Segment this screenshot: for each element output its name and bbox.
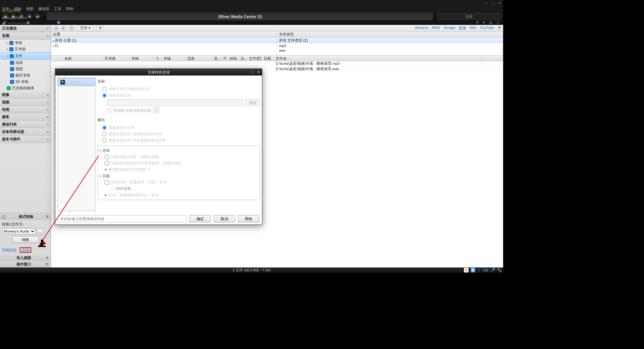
sidebar-cat-image[interactable]: 图像▸ <box>0 91 51 99</box>
opt-skip-same[interactable]: 如果原始和目标文件类型相同，则跳过转换 <box>99 160 258 166</box>
grid-col-header[interactable]: ↑1 <box>153 56 162 61</box>
sidebar-item-recent[interactable]: ♪最近专辑 <box>0 72 51 79</box>
filter-row[interactable]: ▸D: <box>51 43 277 48</box>
grid-col-header[interactable]: 持续… <box>227 56 239 61</box>
link-youtube[interactable]: YouTube <box>480 26 494 31</box>
global-search-input[interactable]: 搜索 <box>437 13 501 20</box>
grid-col-header[interactable]: 文件类型 <box>247 56 262 61</box>
seek-bar[interactable]: ↺ ✕ ☰ ⤢ <box>0 21 503 24</box>
nav-refresh-button[interactable]: ⟳ <box>69 26 74 31</box>
player-next-button[interactable]: ⏭ <box>34 13 41 20</box>
filter-filetype-header[interactable]: 文件类型 <box>277 32 503 38</box>
grid-col-header[interactable]: 评级 <box>162 56 185 61</box>
sidebar-cat-podcast[interactable]: 播客▸ <box>0 113 51 121</box>
detail-link[interactable]: 详细信息 <box>2 248 17 252</box>
sidebar-cat-tv[interactable]: 电视▸ <box>0 106 51 113</box>
link-amazon[interactable]: Amazon <box>415 26 428 31</box>
dialog-search-input[interactable] <box>58 215 187 222</box>
sidebar-cat-services[interactable]: 服务与插件▸ <box>0 136 51 143</box>
filter-row[interactable]: mp3 <box>277 43 503 48</box>
sidebar-item-3dalbum[interactable]: ♪3D 专辑 <box>0 79 51 85</box>
close-icon[interactable]: ✕ <box>46 214 49 219</box>
grid-col-header[interactable]: 专辑 <box>129 56 153 61</box>
close-icon[interactable]: ✕ <box>46 256 49 260</box>
sidebar-item-artist[interactable]: ▸♪艺术家 <box>0 46 51 52</box>
filter-row[interactable]: ▸所有 位置 (1) <box>51 38 277 43</box>
target-dir-input[interactable] <box>107 99 243 106</box>
ok-button[interactable]: 确定 <box>190 215 211 222</box>
player-pause-button[interactable]: ⏸ <box>18 13 25 20</box>
encoder-browse-button[interactable]: ... <box>37 228 44 234</box>
file-dropdown[interactable]: 文件 ▾ <box>77 25 94 31</box>
link-amg[interactable]: AMG <box>432 26 440 31</box>
seek-handle[interactable] <box>57 21 60 24</box>
grid-col-header[interactable]: 日期 <box>262 56 274 61</box>
player-stop-button[interactable]: ■ <box>26 13 33 20</box>
sidebar-cat-playlist[interactable]: 播放列表▸ <box>0 121 51 128</box>
opt-dsp-settings[interactable]: …DSP设置... <box>99 186 258 192</box>
window-maximize[interactable]: □ <box>492 1 494 5</box>
opt-apply-dsp[interactable]: 应用DSP（音量调节，均衡，等等） <box>99 179 258 186</box>
menu-help[interactable]: 帮助 <box>66 6 73 11</box>
link-wiki[interactable]: Wiki <box>470 26 477 31</box>
grid-col-header[interactable] <box>58 56 62 61</box>
radio-target-dir[interactable]: 转换到此目录: <box>98 92 260 99</box>
convert-button[interactable]: 转换 <box>12 236 39 243</box>
ime-mic-icon[interactable]: 🎤 <box>490 268 495 272</box>
gear-icon[interactable]: ⚙ <box>498 26 501 31</box>
table-row[interactable]: D:\tools\桌面\视频\许嵩 - 断桥残雪.mp3 <box>51 61 503 66</box>
view-dropdown[interactable]: ▾ <box>96 25 103 31</box>
sidebar-cat-nowplaying[interactable]: 正在播放▸ <box>0 25 51 32</box>
sogou-ime-icon[interactable]: S <box>464 268 469 272</box>
player-prev-button[interactable]: ⏮ <box>2 13 9 20</box>
sidebar-item-genre[interactable]: ♪流派 <box>0 59 51 66</box>
menu-view[interactable]: 视图 <box>26 6 34 11</box>
seek-mode-icons[interactable]: ↺ ✕ ☰ ⤢ <box>476 20 500 25</box>
sidebar-cat-devices[interactable]: 设备和驱动器▸ <box>0 128 51 136</box>
menu-tools[interactable]: 工具 <box>54 6 61 11</box>
player-play-button[interactable]: ▶ <box>10 13 17 20</box>
audio-header[interactable]: ▾音频 <box>99 173 258 179</box>
sidebar-cat-video[interactable]: 视频▸ <box>0 99 51 106</box>
window-minimize[interactable]: — <box>484 1 488 5</box>
sidebar-item-view[interactable]: ♪视图 <box>0 66 51 72</box>
sidebar-cat-audio[interactable]: 音频▸ <box>0 32 51 40</box>
sidebar-item-connected[interactable]: 已连接的媒体 <box>0 85 51 91</box>
grid-col-header[interactable]: 音… <box>212 56 220 61</box>
radio-mode-overwrite[interactable]: 覆盖原来的文件 <box>98 124 260 131</box>
radio-mode-gen-noadd[interactable]: 重新生成文件; 不添加到目标文件夹 <box>98 137 260 144</box>
cancel-button[interactable]: 取消 <box>214 215 235 222</box>
sidebar-item-album[interactable]: ▸♪专辑 <box>0 40 51 46</box>
encoder-select[interactable]: Monkey's Audio ... <box>2 228 36 234</box>
ime-lang-icon[interactable]: 英 <box>471 268 475 272</box>
grid-col-header[interactable]: 流派 <box>185 56 212 61</box>
dialog-max-icon[interactable]: □ <box>251 69 254 76</box>
link-image[interactable]: 图像 <box>459 26 466 31</box>
help-button[interactable]: 帮助 <box>238 215 259 222</box>
options-link[interactable]: 选项 <box>20 247 31 253</box>
ime-settings-icon[interactable]: 🔧 <box>497 268 502 272</box>
grid-col-header[interactable]: ↑4 <box>220 56 227 61</box>
dialog-close-icon[interactable]: ✕ <box>257 69 260 76</box>
opt-concurrent[interactable]: ▾要同时转换的文件数量: 2 <box>99 166 258 173</box>
grid-col-header[interactable]: 文件名 <box>274 56 482 61</box>
options-header[interactable]: ▾选项 <box>99 147 258 154</box>
menu-edit[interactable]: 编辑 <box>14 6 21 11</box>
menu-player[interactable]: 播放器 <box>38 6 49 11</box>
link-google[interactable]: Google <box>444 26 455 31</box>
nav-back-button[interactable]: ◄ <box>53 26 58 31</box>
radio-mode-gen-add[interactable]: 重新生成文件; 添加到目标文件夹 <box>98 131 260 137</box>
browse-button[interactable]: 浏览 <box>245 99 260 106</box>
ime-keyboard-icon[interactable]: ⌨ <box>483 268 488 272</box>
ime-emoji-icon[interactable]: ☺ <box>477 268 481 272</box>
grid-col-header[interactable] <box>51 56 58 61</box>
opt-skip-exist[interactable]: 如果目标已存在，则跳过转换 <box>99 154 258 160</box>
grid-col-header[interactable]: 名称 <box>62 56 103 61</box>
filter-row[interactable]: 所有 文件类型 (2) <box>277 38 503 43</box>
filter-row[interactable]: wav <box>277 48 503 53</box>
filter-location-header[interactable]: 位置 <box>51 32 277 38</box>
opt-bitdepth[interactable]: ▾位深（如果编码器支持）: 自动 <box>99 192 258 198</box>
menu-file[interactable]: 文件 <box>2 6 9 11</box>
nav-fwd-button[interactable]: ► <box>61 26 66 31</box>
window-close[interactable]: ✕ <box>498 1 501 5</box>
